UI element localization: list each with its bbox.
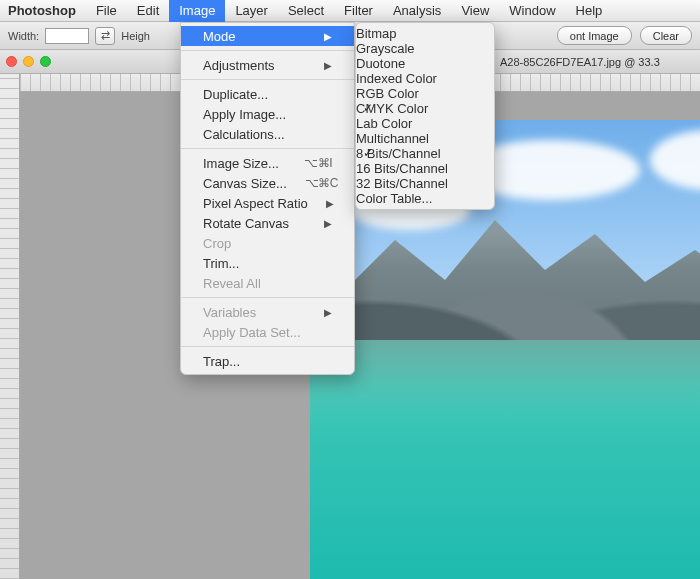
- window-controls: [6, 56, 51, 67]
- shortcut-label: ⌥⌘I: [304, 156, 332, 170]
- menu-item-label: Indexed Color: [356, 71, 437, 86]
- image-menu-item-image-size[interactable]: Image Size...⌥⌘I: [181, 153, 354, 173]
- menu-help[interactable]: Help: [566, 0, 613, 22]
- image-menu-item-pixel-aspect-ratio[interactable]: Pixel Aspect Ratio▶: [181, 193, 354, 213]
- menu-item-label: Pixel Aspect Ratio: [203, 196, 308, 211]
- menu-item-label: Apply Data Set...: [203, 325, 301, 340]
- menu-item-label: Calculations...: [203, 127, 285, 142]
- image-menu-item-duplicate[interactable]: Duplicate...: [181, 84, 354, 104]
- menu-item-label: Crop: [203, 236, 231, 251]
- photo-lake: [310, 340, 700, 579]
- menu-layer[interactable]: Layer: [225, 0, 278, 22]
- image-menu-item-trim[interactable]: Trim...: [181, 253, 354, 273]
- menu-select[interactable]: Select: [278, 0, 334, 22]
- menu-file[interactable]: File: [86, 0, 127, 22]
- image-menu-item-rotate-canvas[interactable]: Rotate Canvas▶: [181, 213, 354, 233]
- menu-item-label: Variables: [203, 305, 256, 320]
- mode-submenu-item-cmyk-color[interactable]: ✓CMYK Color: [356, 101, 494, 116]
- image-menu-separator: [181, 79, 354, 80]
- height-label: Heigh: [121, 30, 150, 42]
- clear-button[interactable]: Clear: [640, 26, 692, 45]
- submenu-arrow-icon: ▶: [324, 60, 332, 71]
- image-menu-separator: [181, 346, 354, 347]
- menu-item-label: Trim...: [203, 256, 239, 271]
- menu-item-label: Reveal All: [203, 276, 261, 291]
- menu-item-label: 32 Bits/Channel: [356, 176, 448, 191]
- submenu-arrow-icon: ▶: [326, 198, 334, 209]
- image-menu-separator: [181, 148, 354, 149]
- check-icon: ✓: [363, 101, 373, 115]
- minimize-window-icon[interactable]: [23, 56, 34, 67]
- menu-edit[interactable]: Edit: [127, 0, 169, 22]
- mode-submenu-item-8-bits-channel[interactable]: ✓8 Bits/Channel: [356, 146, 494, 161]
- image-menu-separator: [181, 50, 354, 51]
- link-w-h-icon[interactable]: ⇄: [95, 27, 115, 45]
- image-menu-dropdown: Mode▶Adjustments▶Duplicate...Apply Image…: [180, 22, 355, 375]
- document-title: A28-85C26FD7EA17.jpg @ 33.3: [500, 56, 660, 68]
- photo-reflection: [310, 340, 700, 420]
- submenu-arrow-icon: ▶: [324, 307, 332, 318]
- image-menu-item-apply-data-set: Apply Data Set...: [181, 322, 354, 342]
- menu-filter[interactable]: Filter: [334, 0, 383, 22]
- mode-submenu: BitmapGrayscaleDuotoneIndexed ColorRGB C…: [355, 22, 495, 210]
- zoom-window-icon[interactable]: [40, 56, 51, 67]
- ruler-vertical: [0, 74, 20, 579]
- width-label: Width:: [8, 30, 39, 42]
- menu-item-label: Duplicate...: [203, 87, 268, 102]
- front-image-button[interactable]: ont Image: [557, 26, 632, 45]
- menu-item-label: Lab Color: [356, 116, 412, 131]
- image-menu-item-crop: Crop: [181, 233, 354, 253]
- menu-item-label: Canvas Size...: [203, 176, 287, 191]
- width-input[interactable]: [45, 28, 89, 44]
- mode-submenu-item-rgb-color[interactable]: RGB Color: [356, 86, 494, 101]
- menu-item-label: Bitmap: [356, 26, 396, 41]
- check-icon: ✓: [363, 146, 373, 160]
- shortcut-label: ⌥⌘C: [305, 176, 338, 190]
- menu-view[interactable]: View: [451, 0, 499, 22]
- mode-submenu-item-multichannel[interactable]: Multichannel: [356, 131, 494, 146]
- image-menu-item-mode[interactable]: Mode▶: [181, 26, 354, 46]
- mode-submenu-item-indexed-color: Indexed Color: [356, 71, 494, 86]
- menu-item-label: Mode: [203, 29, 236, 44]
- image-menu-item-canvas-size[interactable]: Canvas Size...⌥⌘C: [181, 173, 354, 193]
- menu-item-label: Trap...: [203, 354, 240, 369]
- close-window-icon[interactable]: [6, 56, 17, 67]
- menu-item-label: Rotate Canvas: [203, 216, 289, 231]
- submenu-arrow-icon: ▶: [324, 218, 332, 229]
- mode-submenu-item-lab-color[interactable]: Lab Color: [356, 116, 494, 131]
- image-menu-item-calculations[interactable]: Calculations...: [181, 124, 354, 144]
- menu-window[interactable]: Window: [499, 0, 565, 22]
- mode-submenu-item-color-table: Color Table...: [356, 191, 494, 206]
- submenu-arrow-icon: ▶: [324, 31, 332, 42]
- menu-item-label: Apply Image...: [203, 107, 286, 122]
- menu-item-label: Duotone: [356, 56, 405, 71]
- menu-image[interactable]: Image: [169, 0, 225, 22]
- menu-item-label: RGB Color: [356, 86, 419, 101]
- image-menu-item-apply-image[interactable]: Apply Image...: [181, 104, 354, 124]
- image-menu-item-adjustments[interactable]: Adjustments▶: [181, 55, 354, 75]
- image-menu-item-trap[interactable]: Trap...: [181, 351, 354, 371]
- menu-analysis[interactable]: Analysis: [383, 0, 451, 22]
- menu-item-label: Image Size...: [203, 156, 279, 171]
- menubar: Photoshop File Edit Image Layer Select F…: [0, 0, 700, 22]
- mode-submenu-item-32-bits-channel: 32 Bits/Channel: [356, 176, 494, 191]
- mode-submenu-item-bitmap: Bitmap: [356, 26, 494, 41]
- image-menu-separator: [181, 297, 354, 298]
- app-name: Photoshop: [8, 3, 76, 18]
- menu-item-label: Grayscale: [356, 41, 415, 56]
- mode-submenu-item-16-bits-channel[interactable]: 16 Bits/Channel: [356, 161, 494, 176]
- mode-submenu-item-grayscale[interactable]: Grayscale: [356, 41, 494, 56]
- menu-item-label: Color Table...: [356, 191, 432, 206]
- menu-item-label: Adjustments: [203, 58, 275, 73]
- image-menu-item-variables: Variables▶: [181, 302, 354, 322]
- mode-submenu-item-duotone: Duotone: [356, 56, 494, 71]
- menu-item-label: Multichannel: [356, 131, 429, 146]
- image-menu-item-reveal-all: Reveal All: [181, 273, 354, 293]
- menu-item-label: 16 Bits/Channel: [356, 161, 448, 176]
